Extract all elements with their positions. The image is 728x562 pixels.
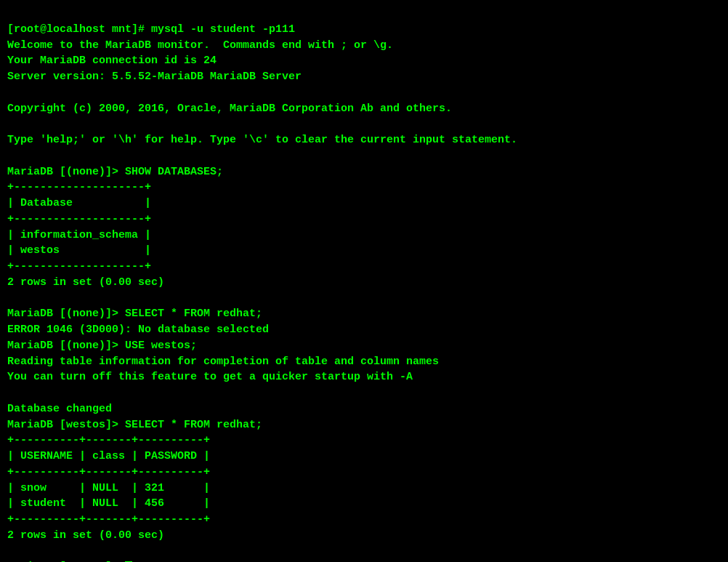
terminal-line <box>7 85 721 101</box>
terminal-line <box>7 291 721 307</box>
terminal-line: Your MariaDB connection id is 24 <box>7 53 721 69</box>
terminal-line: MariaDB [(none)]> SELECT * FROM redhat; <box>7 306 721 322</box>
terminal-line: +--------------------+ <box>7 180 721 196</box>
terminal-line: ERROR 1046 (3D000): No database selected <box>7 322 721 338</box>
terminal-line: 2 rows in set (0.00 sec) <box>7 528 721 544</box>
terminal-line: | snow | NULL | 321 | <box>7 481 721 497</box>
terminal-line: | information_schema | <box>7 228 721 244</box>
terminal-window: [root@localhost mnt]# mysql -u student -… <box>7 6 721 562</box>
terminal-line <box>7 148 721 164</box>
terminal-line <box>7 544 721 560</box>
terminal-line: Copyright (c) 2000, 2016, Oracle, MariaD… <box>7 101 721 117</box>
terminal-line: MariaDB [westos]> SELECT * FROM redhat; <box>7 417 721 433</box>
terminal-line: | Database | <box>7 196 721 212</box>
terminal-line: +----------+-------+----------+ <box>7 465 721 481</box>
terminal-line: +----------+-------+----------+ <box>7 433 721 449</box>
terminal-line: Reading table information for completion… <box>7 354 721 370</box>
terminal-line: Type 'help;' or '\h' for help. Type '\c'… <box>7 132 721 148</box>
terminal-line: | westos | <box>7 243 721 259</box>
terminal-line: +----------+-------+----------+ <box>7 512 721 528</box>
terminal-line <box>7 385 721 401</box>
terminal-line: [root@localhost mnt]# mysql -u student -… <box>7 22 721 38</box>
terminal-line: 2 rows in set (0.00 sec) <box>7 275 721 291</box>
terminal-line: +--------------------+ <box>7 259 721 275</box>
terminal-line: Server version: 5.5.52-MariaDB MariaDB S… <box>7 69 721 85</box>
terminal-line <box>7 116 721 132</box>
terminal-line: | student | NULL | 456 | <box>7 496 721 512</box>
terminal-line: MariaDB [(none)]> SHOW DATABASES; <box>7 164 721 180</box>
terminal-line: Welcome to the MariaDB monitor. Commands… <box>7 38 721 54</box>
terminal-line: +--------------------+ <box>7 212 721 228</box>
terminal-line: | USERNAME | class | PASSWORD | <box>7 449 721 465</box>
terminal-line: You can turn off this feature to get a q… <box>7 369 721 385</box>
terminal-line: Database changed <box>7 401 721 417</box>
terminal-line: MariaDB [(none)]> USE westos; <box>7 338 721 354</box>
terminal-line: MariaDB [westos]> <box>7 559 721 562</box>
